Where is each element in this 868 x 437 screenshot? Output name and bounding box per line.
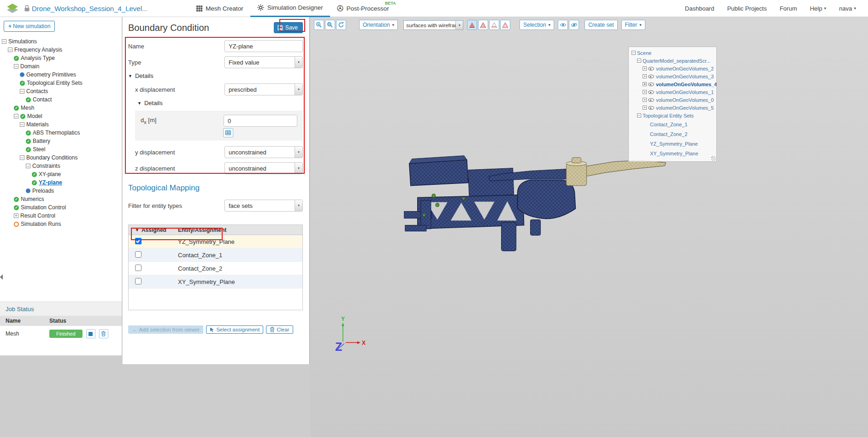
visibility-eye-icon[interactable]: [648, 105, 654, 110]
expand-icon[interactable]: +: [643, 82, 647, 86]
type-select[interactable]: Fixed value ▾: [224, 56, 303, 68]
filter-dropdown[interactable]: Filter ▾: [621, 20, 645, 30]
expand-icon[interactable]: +: [643, 90, 647, 94]
scene-tree-item-volumeongeovolumes-0[interactable]: +volumeOnGeoVolumes_0: [629, 96, 716, 104]
tree-item-result-control[interactable]: +Result Control: [0, 212, 122, 220]
tree-item-abs-thermoplatics[interactable]: ✓ABS Thermoplatics: [0, 129, 122, 137]
collapse-icon[interactable]: −: [2, 39, 6, 44]
link-dashboard[interactable]: Dashboard: [685, 5, 714, 12]
entity-type-filter-select[interactable]: face sets ▾: [224, 200, 303, 212]
create-set-button[interactable]: Create set: [585, 20, 617, 30]
collapse-icon[interactable]: −: [637, 113, 641, 118]
orientation-dropdown[interactable]: Orientation ▾: [359, 20, 398, 30]
link-forum[interactable]: Forum: [779, 5, 797, 12]
tree-item-topological-entity-sets[interactable]: ✓Topological Entity Sets: [0, 79, 122, 87]
tree-item-materials[interactable]: −Materials: [0, 120, 122, 129]
scene-tree-resize-handle[interactable]: [711, 156, 716, 161]
sidebar-collapse-handle[interactable]: [0, 274, 3, 280]
expand-icon[interactable]: +: [14, 213, 18, 218]
scene-tree-item-topological-entity-sets[interactable]: −Topological Entity Sets: [629, 112, 716, 119]
zoom-in-button[interactable]: [314, 20, 324, 30]
tree-item-model[interactable]: −✓Model: [0, 112, 122, 120]
tree-item-boundary-conditions[interactable]: −Boundary Conditions: [0, 154, 122, 162]
visibility-eye-icon[interactable]: [648, 82, 654, 87]
save-button[interactable]: Save: [274, 22, 303, 33]
hide-selection-button[interactable]: [558, 20, 568, 30]
assignment-checkbox[interactable]: [135, 238, 142, 244]
tree-item-geometry-primitives[interactable]: Geometry Primitives: [0, 71, 122, 79]
visibility-eye-icon[interactable]: [648, 74, 654, 79]
collapse-icon[interactable]: −: [637, 59, 641, 63]
show-all-button[interactable]: [569, 20, 579, 30]
collapse-icon[interactable]: −: [26, 164, 30, 168]
job-delete-button[interactable]: [99, 329, 108, 338]
assignment-checkbox[interactable]: [135, 278, 142, 284]
refresh-button[interactable]: [336, 20, 346, 30]
table-row-xy-symmetry-plane[interactable]: XY_Symmetry_Plane: [129, 275, 302, 289]
render-mode-select[interactable]: surfaces with wireframe ▾: [403, 20, 463, 30]
x-displacement-select[interactable]: prescribed ▾: [224, 83, 303, 95]
wireframe-triangle-toggle[interactable]: [478, 20, 488, 30]
tree-item-numerics[interactable]: ✓Numerics: [0, 195, 122, 203]
scene-tree-item-yz-symmetry-plane[interactable]: YZ_Symmetry_Plane: [629, 139, 716, 148]
expand-icon[interactable]: +: [643, 106, 647, 110]
scene-tree-item-volumeongeovolumes-3[interactable]: +volumeOnGeoVolumes_3: [629, 72, 716, 80]
scene-tree-item-volumeongeovolumes-5[interactable]: +volumeOnGeoVolumes_5: [629, 104, 716, 112]
tree-item-preloads[interactable]: Preloads: [0, 187, 122, 195]
tree-item-xy-plane[interactable]: ✓XY-plane: [0, 170, 122, 178]
link-public-projects[interactable]: Public Projects: [727, 5, 767, 12]
expand-icon[interactable]: +: [643, 98, 647, 102]
tree-item-domain[interactable]: −Domain: [0, 62, 122, 71]
visibility-eye-icon[interactable]: [648, 66, 654, 71]
expand-icon[interactable]: +: [643, 66, 647, 71]
viewer-canvas[interactable]: Y X Z: [310, 17, 868, 437]
expand-icon[interactable]: +: [643, 74, 647, 78]
tree-item-battery[interactable]: ✓Battery: [0, 137, 122, 145]
scene-tree-item-volumeongeovolumes-1[interactable]: +volumeOnGeoVolumes_1: [629, 88, 716, 96]
visibility-eye-icon[interactable]: [648, 89, 654, 94]
tree-item-constraints[interactable]: −Constraints: [0, 162, 122, 170]
selection-dropdown[interactable]: Selection ▾: [520, 20, 554, 30]
select-assignment-button[interactable]: Select assignment: [206, 325, 263, 334]
dx-input[interactable]: [224, 115, 297, 127]
tree-item-simulation-control[interactable]: ✓Simulation Control: [0, 203, 122, 212]
tree-item-analysis-type[interactable]: ✓Analysis Type: [0, 54, 122, 62]
scene-tree-item-volumeongeovolumes-4[interactable]: +volumeOnGeoVolumes_4: [629, 80, 716, 88]
y-displacement-select[interactable]: unconstrained ▾: [224, 146, 303, 158]
details-section-header[interactable]: ▼ Details: [128, 72, 303, 79]
clear-button[interactable]: Clear: [266, 325, 293, 334]
assignment-checkbox[interactable]: [135, 265, 142, 271]
tree-item-steel[interactable]: ✓Steel: [0, 145, 122, 154]
drone-model[interactable]: [404, 156, 666, 251]
tree-item-contacts[interactable]: −Contacts: [0, 87, 122, 95]
app-logo[interactable]: [5, 2, 20, 15]
table-row-contact-zone-2[interactable]: Contact_Zone_2: [129, 262, 302, 275]
viewer-3d[interactable]: Y X Z: [310, 17, 868, 437]
mesh-surface-toggle[interactable]: [467, 20, 477, 30]
surface-triangle-toggle[interactable]: [489, 20, 499, 30]
scene-tree-item-scene[interactable]: −Scene: [629, 49, 716, 57]
collapse-icon[interactable]: −: [20, 89, 24, 94]
new-simulation-button[interactable]: + New simulation: [4, 21, 55, 32]
scene-tree-item-quartermodel-separatedscr[interactable]: −QuarterModel_separatedScr...: [629, 57, 716, 65]
tree-item-frequency-analysis[interactable]: −Frequency Analysis: [0, 46, 122, 54]
tab-simulation-designer[interactable]: Simulation Designer: [250, 0, 330, 17]
tree-item-contact[interactable]: ✓Contact: [0, 95, 122, 104]
scene-tree-item-xy-symmetry-plane[interactable]: XY_Symmetry_Plane: [629, 148, 716, 158]
tree-item-mesh[interactable]: ✓Mesh: [0, 104, 122, 112]
table-row-contact-zone-1[interactable]: Contact_Zone_1: [129, 248, 302, 262]
collapse-icon[interactable]: −: [20, 155, 24, 160]
table-input-button[interactable]: [223, 128, 233, 137]
tree-item-yz-plane[interactable]: ✓YZ-plane: [0, 178, 122, 187]
tab-post-processor[interactable]: Post-Processor BETA: [330, 0, 396, 17]
collapse-icon[interactable]: −: [8, 47, 12, 52]
zoom-extents-button[interactable]: [325, 20, 335, 30]
collapse-icon[interactable]: −: [20, 122, 24, 127]
scene-tree-item-contact-zone-1[interactable]: Contact_Zone_1: [629, 119, 716, 129]
tree-item-simulation-runs[interactable]: Simulation Runs: [0, 220, 122, 228]
triangle-down-icon[interactable]: ▼: [135, 228, 139, 232]
collapse-icon[interactable]: −: [14, 64, 18, 69]
scene-tree-item-contact-zone-2[interactable]: Contact_Zone_2: [629, 129, 716, 139]
points-triangle-toggle[interactable]: [500, 20, 510, 30]
inner-details-section-header[interactable]: ▼ Details: [135, 100, 303, 106]
